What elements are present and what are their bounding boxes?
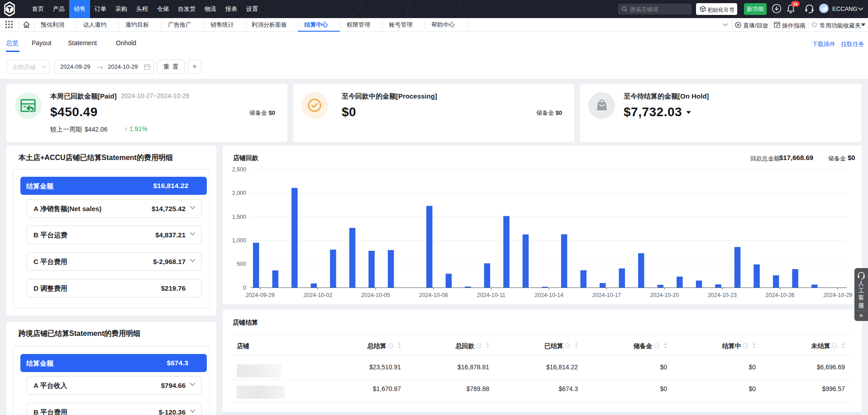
svg-text:2024-10-20: 2024-10-20 [650, 292, 679, 298]
svg-text:?: ? [389, 344, 391, 348]
svg-text:?: ? [744, 344, 746, 348]
svg-text:2024-10-29: 2024-10-29 [823, 292, 852, 298]
svg-text:0: 0 [243, 285, 246, 291]
svg-text:2,000: 2,000 [232, 190, 246, 196]
svg-text:2024-10-08: 2024-10-08 [419, 292, 448, 298]
svg-text:2024-10-05: 2024-10-05 [361, 292, 390, 298]
svg-text:2024-10-23: 2024-10-23 [708, 292, 737, 298]
svg-text:2024-09-29: 2024-09-29 [246, 292, 275, 298]
svg-text:1,000: 1,000 [232, 237, 246, 244]
svg-text:2,500: 2,500 [232, 166, 246, 173]
svg-text:?: ? [655, 344, 658, 348]
svg-text:500: 500 [237, 261, 246, 267]
svg-text:2024-10-14: 2024-10-14 [534, 292, 563, 298]
svg-text:?: ? [833, 344, 835, 348]
svg-text:2024-10-11: 2024-10-11 [477, 292, 506, 298]
svg-text:?: ? [477, 344, 480, 348]
svg-text:?: ? [566, 344, 568, 348]
svg-text:2024-10-26: 2024-10-26 [766, 292, 795, 298]
svg-text:2024-10-17: 2024-10-17 [592, 292, 621, 298]
svg-text:2024-10-02: 2024-10-02 [303, 292, 332, 298]
svg-text:1,500: 1,500 [232, 214, 246, 220]
